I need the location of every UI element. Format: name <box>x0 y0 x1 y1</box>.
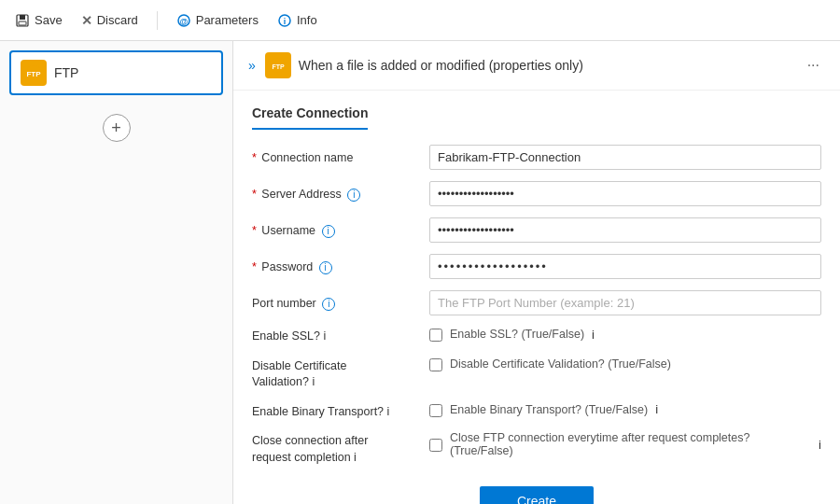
enable-binary-text: Enable Binary Transport? (True/False) <box>450 403 648 416</box>
username-label: * Username i <box>252 217 420 240</box>
save-icon <box>15 13 30 28</box>
server-address-info-icon[interactable]: i <box>347 189 360 202</box>
close-connection-info-icon[interactable]: i <box>819 438 821 452</box>
info-icon: i <box>277 13 292 28</box>
username-info-icon[interactable]: i <box>322 225 335 238</box>
connection-name-row: * Connection name <box>252 145 821 170</box>
enable-ssl-text: Enable SSL? (True/False) <box>450 328 584 341</box>
discard-button[interactable]: ✕ Discard <box>81 13 138 28</box>
connection-name-label: * Connection name <box>252 145 420 167</box>
disable-cert-label: Disable CertificateValidation? i <box>252 357 420 391</box>
password-info-icon[interactable]: i <box>319 261 332 274</box>
disable-cert-row: Disable CertificateValidation? i Disable… <box>252 357 821 391</box>
trigger-icon: FTP <box>265 52 291 78</box>
panel-title: Create Connection <box>252 105 368 130</box>
close-connection-label: Close connection afterrequest completion… <box>252 431 420 466</box>
password-input[interactable] <box>429 254 821 279</box>
parameters-icon: @ <box>176 13 191 28</box>
port-number-label: Port number i <box>252 290 420 313</box>
toolbar: Save ✕ Discard @ Parameters i Info <box>0 0 840 41</box>
enable-binary-checkbox[interactable] <box>429 404 442 417</box>
enable-binary-label: Enable Binary Transport? i <box>252 402 420 421</box>
trigger-header: » FTP When a file is added or modified (… <box>233 41 840 91</box>
svg-text:FTP: FTP <box>26 70 41 78</box>
port-number-input[interactable] <box>429 290 821 315</box>
save-button[interactable]: Save <box>15 13 63 28</box>
username-input[interactable] <box>429 217 821 243</box>
parameters-button[interactable]: @ Parameters <box>176 13 259 28</box>
enable-binary-row: Enable Binary Transport? i Enable Binary… <box>252 402 821 421</box>
enable-ssl-info-icon[interactable]: i <box>592 328 595 342</box>
svg-rect-2 <box>19 21 26 25</box>
enable-ssl-row: Enable SSL? i Enable SSL? (True/False) i <box>252 327 821 345</box>
enable-ssl-label: Enable SSL? i <box>252 327 420 345</box>
enable-ssl-checkbox[interactable] <box>429 329 442 342</box>
create-button[interactable]: Create <box>480 486 594 504</box>
svg-rect-1 <box>20 15 25 20</box>
server-address-input[interactable] <box>429 181 821 206</box>
svg-text:i: i <box>284 17 287 26</box>
create-btn-row: Create <box>252 477 821 504</box>
connection-name-input[interactable] <box>429 145 821 170</box>
connection-panel: Create Connection * Connection name * Se… <box>233 91 840 504</box>
content-panel: » FTP When a file is added or modified (… <box>233 41 840 504</box>
add-node-button[interactable]: + <box>103 114 131 142</box>
password-row: * Password i <box>252 254 821 279</box>
info-button[interactable]: i Info <box>277 13 317 28</box>
username-row: * Username i <box>252 217 821 243</box>
close-connection-row: Close connection afterrequest completion… <box>252 431 821 466</box>
enable-ssl-label-info-icon[interactable]: i <box>323 329 326 343</box>
enable-binary-info-icon[interactable]: i <box>655 402 658 416</box>
close-icon: ✕ <box>81 13 92 28</box>
chevrons-icon: » <box>248 58 256 73</box>
trigger-title: When a file is added or modified (proper… <box>299 58 794 73</box>
close-connection-checkbox[interactable] <box>429 439 442 452</box>
svg-text:FTP: FTP <box>272 63 285 70</box>
close-connection-text: Close FTP connection everytime after req… <box>450 431 811 457</box>
ftp-icon: FTP <box>21 60 47 86</box>
port-number-info-icon[interactable]: i <box>322 298 335 311</box>
enable-binary-label-info-icon[interactable]: i <box>387 405 390 418</box>
disable-cert-checkbox[interactable] <box>429 358 442 371</box>
sidebar: FTP FTP + <box>0 41 233 504</box>
disable-cert-label-info-icon[interactable]: i <box>312 375 315 388</box>
ftp-node[interactable]: FTP FTP <box>9 50 223 95</box>
toolbar-separator <box>157 11 158 30</box>
password-label: * Password i <box>252 254 420 276</box>
main-layout: FTP FTP + » FTP When a file is added or … <box>0 41 840 504</box>
server-address-row: * Server Address i <box>252 181 821 206</box>
port-number-row: Port number i <box>252 290 821 315</box>
ftp-node-label: FTP <box>54 65 78 80</box>
server-address-label: * Server Address i <box>252 181 420 203</box>
close-connection-label-info-icon[interactable]: i <box>354 451 357 464</box>
disable-cert-text: Disable Certificate Validation? (True/Fa… <box>450 357 671 371</box>
svg-text:@: @ <box>179 17 188 26</box>
more-options-button[interactable]: ··· <box>802 55 825 76</box>
add-btn-container: + <box>9 105 223 151</box>
